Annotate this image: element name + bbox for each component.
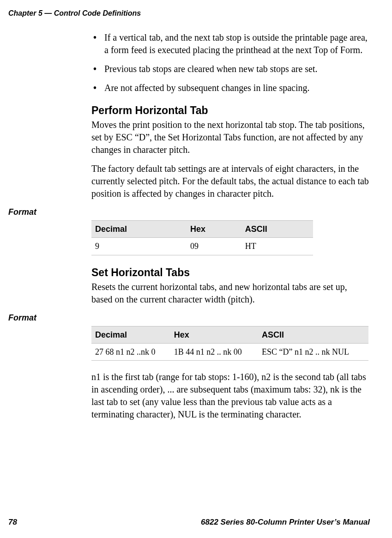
heading-set-horizontal-tabs: Set Horizontal Tabs bbox=[91, 266, 370, 280]
format-table: Decimal Hex ASCII 27 68 n1 n2 ..nk 0 1B … bbox=[91, 326, 368, 361]
body-paragraph: Resets the current horizontal tabs, and … bbox=[91, 281, 370, 306]
manual-title: 6822 Series 80-Column Printer User’s Man… bbox=[201, 517, 370, 528]
list-item: Previous tab stops are cleared when new … bbox=[91, 63, 370, 75]
cell-hex: 1B 44 n1 n2 .. nk 00 bbox=[170, 344, 258, 361]
cell-decimal: 27 68 n1 n2 ..nk 0 bbox=[91, 344, 170, 361]
heading-perform-horizontal-tab: Perform Horizontal Tab bbox=[91, 103, 370, 118]
bullet-list: If a vertical tab, and the next tab stop… bbox=[91, 31, 370, 94]
page-footer: 78 6822 Series 80-Column Printer User’s … bbox=[8, 517, 370, 528]
body-paragraph: Moves the print position to the next hor… bbox=[91, 119, 370, 156]
body-paragraph: The factory default tab settings are at … bbox=[91, 163, 370, 200]
cell-decimal: 9 bbox=[91, 238, 187, 255]
list-item: If a vertical tab, and the next tab stop… bbox=[91, 31, 370, 56]
table-row: 9 09 HT bbox=[91, 238, 313, 255]
table-header-row: Decimal Hex ASCII bbox=[91, 326, 368, 343]
cell-hex: 09 bbox=[187, 238, 241, 255]
col-decimal: Decimal bbox=[91, 220, 187, 237]
col-hex: Hex bbox=[187, 220, 241, 237]
format-label: Format bbox=[8, 206, 370, 218]
col-ascii: ASCII bbox=[241, 220, 313, 237]
col-decimal: Decimal bbox=[91, 326, 170, 343]
table-header-row: Decimal Hex ASCII bbox=[91, 220, 313, 237]
col-ascii: ASCII bbox=[258, 326, 368, 343]
list-item: Are not affected by subsequent changes i… bbox=[91, 82, 370, 94]
running-header: Chapter 5 — Control Code Definitions bbox=[8, 8, 370, 18]
format-label: Format bbox=[8, 312, 370, 323]
cell-ascii: ESC “D” n1 n2 .. nk NUL bbox=[258, 344, 368, 361]
body-paragraph: n1 is the first tab (range for tab stops… bbox=[91, 371, 370, 421]
col-hex: Hex bbox=[170, 326, 258, 343]
table-row: 27 68 n1 n2 ..nk 0 1B 44 n1 n2 .. nk 00 … bbox=[91, 344, 368, 361]
format-table: Decimal Hex ASCII 9 09 HT bbox=[91, 220, 313, 255]
cell-ascii: HT bbox=[241, 238, 313, 255]
page-number: 78 bbox=[8, 517, 17, 528]
